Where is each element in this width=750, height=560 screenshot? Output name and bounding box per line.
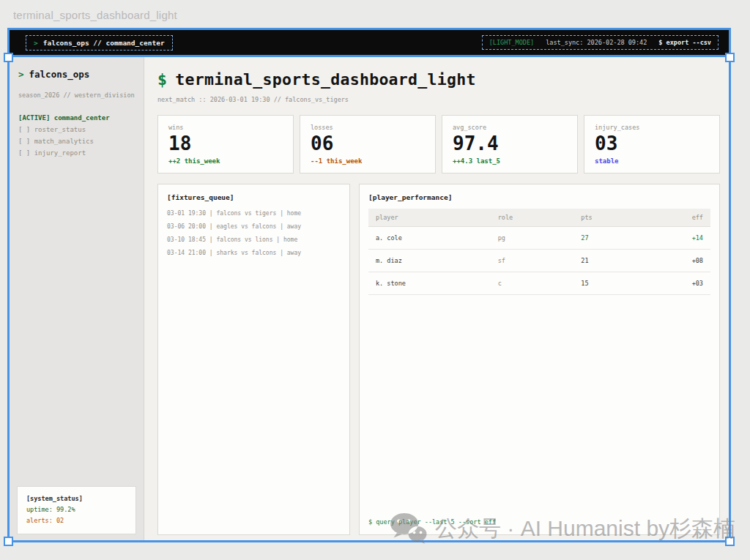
next-match-subtitle: next_match :: 2026-03-01 19:30 // falcon…	[157, 96, 720, 103]
selection-handle-bottom-left[interactable]	[4, 537, 13, 546]
column-header-eff: eff	[653, 214, 703, 221]
role-cell: c	[498, 280, 582, 287]
column-header-pts: pts	[581, 214, 653, 221]
dashboard-window: > falcons_ops // command_center [LIGHT_M…	[7, 28, 731, 542]
performance-panel-title: [player_performance]	[368, 193, 710, 201]
stat-card-losses: losses 06 --1 this_week	[300, 115, 436, 173]
sidebar-item-roster-status[interactable]: [ ] roster_status	[18, 124, 135, 135]
table-row: k. stone c 15 +03	[368, 272, 710, 295]
column-header-role: role	[498, 214, 582, 221]
last-sync-status: last_sync: 2026-02-28 09:42	[546, 39, 647, 46]
system-status-title: [system_status]	[26, 493, 127, 504]
sidebar: > falcons_ops season_2026 // western_div…	[10, 57, 144, 540]
column-header-player: player	[376, 214, 498, 221]
player-name-cell: a. cole	[376, 234, 498, 242]
fixture-row: 03-10 18:45 | falcons vs lions | home	[167, 234, 341, 247]
sidebar-item-injury-report[interactable]: [ ] injury_report	[18, 147, 135, 159]
prompt-chevron-icon: >	[18, 69, 24, 80]
stat-value: 03	[595, 133, 709, 154]
dollar-prompt-icon: $	[157, 70, 167, 89]
fixtures-panel-title: [fixtures_queue]	[167, 193, 341, 201]
titlebar-status-group: [LIGHT_MODE] last_sync: 2026-02-28 09:42…	[482, 35, 719, 50]
table-row: a. cole pg 27 +14	[368, 227, 710, 250]
sidebar-item-match-analytics[interactable]: [ ] match_analytics	[18, 135, 135, 147]
sidebar-title: falcons_ops	[29, 69, 90, 80]
stat-delta: --1 this_week	[311, 157, 425, 165]
role-cell: pg	[498, 234, 582, 242]
player-performance-table: player role pts eff a. cole pg 27 +14	[368, 209, 710, 295]
pts-cell: 15	[581, 280, 653, 287]
fixtures-list: 03-01 19:30 | falcons vs tigers | home 0…	[167, 207, 341, 260]
stat-label: injury_cases	[595, 124, 709, 131]
canvas-frame-label: terminal_sports_dashboard_light	[13, 9, 177, 21]
sidebar-nav: [ACTIVE] command_center [ ] roster_statu…	[18, 112, 135, 159]
selection-handle-top-left[interactable]	[4, 53, 13, 62]
prompt-chevron-icon: >	[34, 39, 38, 47]
player-name-cell: m. diaz	[376, 257, 498, 264]
stat-delta: ++2 this_week	[168, 157, 283, 165]
page-title-row: $ terminal_sports_dashboard_light	[157, 70, 720, 89]
terminal-titlebar: > falcons_ops // command_center [LIGHT_M…	[10, 30, 729, 57]
stat-delta: stable	[595, 157, 709, 165]
player-performance-panel: [player_performance] player role pts eff…	[359, 184, 720, 535]
role-cell: sf	[498, 257, 582, 264]
stat-label: avg_score	[453, 124, 567, 131]
stat-label: wins	[168, 124, 283, 131]
stat-value: 97.4	[453, 133, 567, 154]
sidebar-item-command-center[interactable]: [ACTIVE] command_center	[18, 112, 135, 124]
system-uptime-value: uptime: 99.2%	[26, 504, 127, 515]
stat-delta: ++4.3 last_5	[453, 157, 567, 165]
fixture-row: 03-06 20:00 | eagles vs falcons | away	[167, 220, 341, 234]
fixture-row: 03-01 19:30 | falcons vs tigers | home	[167, 207, 341, 220]
page-title: terminal_sports_dashboard_light	[175, 70, 476, 89]
stat-cards-row: wins 18 ++2 this_week losses 06 --1 this…	[157, 115, 720, 173]
stat-value: 18	[168, 133, 283, 154]
window-content: > falcons_ops season_2026 // western_div…	[10, 57, 729, 540]
pts-cell: 21	[581, 257, 653, 264]
sidebar-subtitle: season_2026 // western_division	[18, 92, 135, 99]
eff-cell: +08	[653, 257, 703, 264]
selection-handle-top-right[interactable]	[725, 53, 735, 62]
titlebar-title: falcons_ops // command_center	[43, 39, 165, 47]
stat-card-wins: wins 18 ++2 this_week	[157, 115, 294, 173]
stat-card-avg-score: avg_score 97.4 ++4.3 last_5	[442, 115, 578, 173]
export-csv-command[interactable]: $ export --csv	[658, 39, 711, 46]
eff-cell: +14	[653, 234, 703, 242]
sidebar-title-row: > falcons_ops	[18, 69, 135, 80]
pts-cell: 27	[581, 234, 653, 242]
fixture-row: 03-14 21:00 | sharks vs falcons | away	[167, 247, 341, 260]
fixtures-queue-panel: [fixtures_queue] 03-01 19:30 | falcons v…	[157, 184, 350, 535]
selection-handle-bottom-right[interactable]	[725, 537, 735, 546]
system-status-card: [system_status] uptime: 99.2% alerts: 02	[17, 486, 136, 534]
stat-value: 06	[311, 133, 425, 154]
panels-row: [fixtures_queue] 03-01 19:30 | falcons v…	[157, 184, 720, 535]
titlebar-identity-group: > falcons_ops // command_center	[26, 35, 173, 51]
stat-card-injury-cases: injury_cases 03 stable	[584, 115, 720, 173]
table-row: m. diaz sf 21 +08	[368, 250, 710, 272]
stat-label: losses	[311, 124, 425, 131]
light-mode-badge: [LIGHT_MODE]	[489, 39, 534, 46]
player-name-cell: k. stone	[376, 280, 498, 287]
system-alerts-value: alerts: 02	[26, 515, 127, 526]
query-command-line: $ query player --last 5 --sort eff	[368, 518, 496, 526]
eff-cell: +03	[653, 280, 703, 287]
table-header-row: player role pts eff	[368, 209, 710, 227]
main-area: $ terminal_sports_dashboard_light next_m…	[144, 57, 729, 540]
